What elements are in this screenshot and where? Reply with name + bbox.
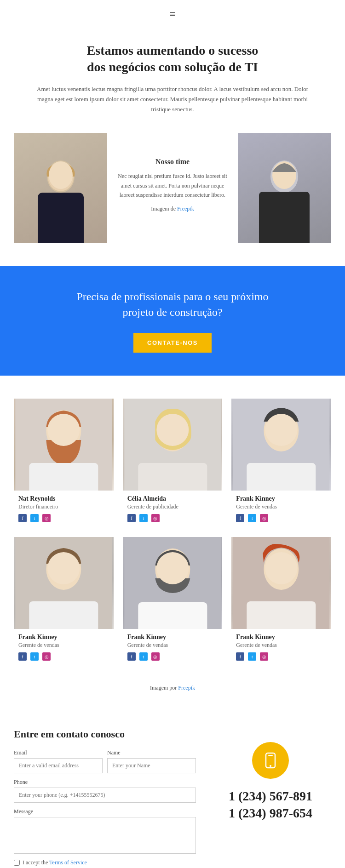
phone-numbers: 1 (234) 567-891 1 (234) 987-654 [229, 788, 312, 822]
instagram-icon[interactable]: ◎ [260, 514, 268, 522]
message-input[interactable] [14, 817, 196, 854]
svg-point-26 [156, 552, 189, 584]
header: ≡ [0, 0, 345, 29]
terms-checkbox-row: I accept the Terms of Service [14, 859, 196, 866]
svg-rect-17 [247, 463, 316, 491]
team-photo-frank4 [231, 537, 331, 629]
team-card-info-frank3: Frank Kinney Gerente de vendas f t ◎ [123, 629, 223, 666]
team-card-frank-kinney-2: Frank Kinney Gerente de vendas f t ◎ [14, 537, 114, 666]
team-card-frank-kinney-4: Frank Kinney Gerente de vendas f t ◎ [231, 537, 331, 666]
svg-rect-5 [259, 192, 310, 243]
instagram-icon[interactable]: ◎ [42, 514, 51, 522]
team-photo-celia [123, 399, 223, 491]
hero-section: Estamos aumentando o sucessodos negócios… [0, 29, 345, 133]
team-card-info-celia: Célia Almeida Gerente de publicidade f t… [123, 491, 223, 528]
svg-rect-25 [138, 602, 207, 629]
team-card-info-frank2: Frank Kinney Gerente de vendas f t ◎ [14, 629, 114, 666]
instagram-icon[interactable]: ◎ [260, 652, 268, 661]
team-image-credit: Imagem de Freepik [116, 204, 229, 213]
team-photo-nat [14, 399, 114, 491]
instagram-icon[interactable]: ◎ [151, 652, 160, 661]
phone-number-2: 1 (234) 987-654 [229, 805, 312, 822]
phone-icon-circle [252, 742, 289, 779]
member-role: Gerente de publicidade [127, 503, 218, 510]
member-name: Nat Reynolds [18, 495, 109, 503]
terms-label: I accept the Terms of Service [23, 859, 87, 866]
team-card-nat-reynolds: Nat Reynolds Diretor financeiro f t ◎ [14, 399, 114, 528]
svg-point-32 [270, 765, 271, 767]
contact-title: Entre em contato conosco [14, 728, 196, 740]
facebook-icon[interactable]: f [127, 514, 136, 522]
twitter-icon[interactable]: t [139, 652, 148, 661]
social-icons: f t ◎ [236, 652, 327, 661]
twitter-icon[interactable]: t [30, 514, 39, 522]
team-grid-section: Nat Reynolds Diretor financeiro f t ◎ [0, 376, 345, 675]
facebook-icon[interactable]: f [236, 652, 244, 661]
svg-rect-1 [38, 193, 84, 243]
facebook-icon[interactable]: f [18, 514, 27, 522]
hero-description: Amet luctus venenatis lectus magna fring… [37, 84, 308, 114]
social-icons: f t ◎ [18, 514, 109, 522]
instagram-icon[interactable]: ◎ [42, 652, 51, 661]
member-role: Gerente de vendas [236, 503, 327, 510]
facebook-icon[interactable]: f [127, 652, 136, 661]
team-card-frank-kinney-1: Frank Kinney Gerente de vendas f t ◎ [231, 399, 331, 528]
facebook-icon[interactable]: f [18, 652, 27, 661]
team-card-info-nat: Nat Reynolds Diretor financeiro f t ◎ [14, 491, 114, 528]
member-name: Frank Kinney [18, 634, 109, 641]
team-middle-content: Nosso time Nec feugiat nisl pretium fusc… [107, 133, 238, 243]
social-icons: f t ◎ [18, 652, 109, 661]
member-role: Gerente de vendas [127, 642, 218, 649]
phone-label: Phone [14, 779, 196, 786]
terms-checkbox[interactable] [14, 860, 20, 866]
svg-point-3 [49, 161, 73, 189]
twitter-icon[interactable]: t [30, 652, 39, 661]
message-label: Message [14, 808, 196, 815]
team-card-celia-almeida: Célia Almeida Gerente de publicidade f t… [123, 399, 223, 528]
contact-info: 1 (234) 567-891 1 (234) 987-654 [210, 728, 331, 822]
email-group: Email [14, 749, 103, 773]
team-photo-frank3 [123, 537, 223, 629]
svg-point-10 [47, 414, 80, 446]
team-photo-male [238, 133, 331, 243]
member-role: Diretor financeiro [18, 503, 109, 510]
twitter-icon[interactable]: t [248, 514, 256, 522]
twitter-icon[interactable]: t [248, 652, 256, 661]
team-description: Nec feugiat nisl pretium fusce id. Justo… [116, 171, 229, 200]
social-icons: f t ◎ [236, 514, 327, 522]
name-input[interactable] [107, 758, 196, 773]
svg-rect-21 [29, 601, 98, 629]
instagram-icon[interactable]: ◎ [151, 514, 160, 522]
team-grid: Nat Reynolds Diretor financeiro f t ◎ [14, 399, 331, 666]
phone-number-1: 1 (234) 567-891 [229, 788, 312, 805]
member-role: Gerente de vendas [18, 642, 109, 649]
member-role: Gerente de vendas [236, 642, 327, 649]
team-photo-frank1 [231, 399, 331, 491]
email-label: Email [14, 749, 103, 756]
svg-point-18 [265, 414, 298, 446]
svg-point-22 [47, 552, 80, 584]
freepik-link-bottom[interactable]: Freepik [178, 685, 195, 691]
email-input[interactable] [14, 758, 103, 773]
contact-section: Entre em contato conosco Email Name Phon… [0, 710, 345, 868]
facebook-icon[interactable]: f [236, 514, 244, 522]
menu-icon[interactable]: ≡ [170, 8, 175, 20]
team-intro-section: Nosso time Nec feugiat nisl pretium fusc… [14, 133, 331, 243]
name-group: Name [107, 749, 196, 773]
member-name: Célia Almeida [127, 495, 218, 503]
freepik-link[interactable]: Freepik [177, 206, 194, 212]
terms-link[interactable]: Terms of Service [49, 859, 87, 866]
phone-input[interactable] [14, 788, 196, 803]
team-photo-frank2 [14, 537, 114, 629]
cta-title: Precisa de profissionais para o seu próx… [28, 289, 317, 320]
team-section-title: Nosso time [116, 158, 229, 166]
svg-rect-33 [268, 755, 273, 756]
cta-banner: Precisa de profissionais para o seu próx… [0, 266, 345, 376]
cta-button[interactable]: CONTATE-NOS [133, 333, 212, 353]
twitter-icon[interactable]: t [139, 514, 148, 522]
phone-group: Phone [14, 779, 196, 803]
svg-rect-13 [138, 463, 207, 491]
phone-icon [261, 751, 280, 770]
social-icons: f t ◎ [127, 652, 218, 661]
freepik-credit: Imagem por Freepik [0, 675, 345, 710]
